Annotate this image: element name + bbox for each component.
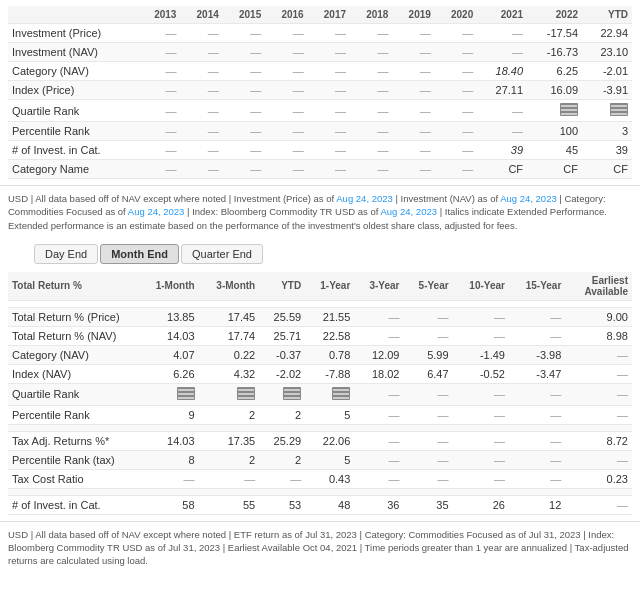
row-cell: — [354, 383, 403, 405]
tr-col-3mo: 3-Month [199, 272, 260, 301]
dash-value: — [377, 105, 388, 117]
row-cell: -1.49 [453, 345, 509, 364]
row-cell: -0.37 [259, 345, 305, 364]
row-cell: — [180, 160, 222, 179]
row-cell: — [477, 100, 527, 122]
table-row: Index (NAV)6.264.32-2.02-7.8818.026.47-0… [8, 364, 632, 383]
row-cell: — [453, 450, 509, 469]
dash-value: — [438, 388, 449, 400]
row-cell: 6.47 [403, 364, 452, 383]
row-cell: — [435, 160, 477, 179]
dash-value: — [420, 163, 431, 175]
dash-value: — [208, 27, 219, 39]
row-cell: 5 [305, 450, 354, 469]
row-cell: — [435, 24, 477, 43]
dash-value: — [550, 388, 561, 400]
tr-col-3yr: 3-Year [354, 272, 403, 301]
row-cell: — [453, 431, 509, 450]
tab-quarter-end[interactable]: Quarter End [181, 244, 263, 264]
col-header-2018: 2018 [350, 6, 392, 24]
footnote-link-4: Aug 24, 2023 [380, 206, 437, 217]
dash-value: — [462, 27, 473, 39]
dash-value: — [494, 454, 505, 466]
row-cell: 14.03 [138, 326, 199, 345]
dash-value: — [438, 330, 449, 342]
row-cell: — [477, 43, 527, 62]
dash-value: — [462, 125, 473, 137]
table-row: Tax Adj. Returns %*14.0317.3525.2922.06—… [8, 431, 632, 450]
dash-value: — [293, 144, 304, 156]
row-cell: 0.23 [565, 469, 632, 488]
row-cell: — [392, 141, 434, 160]
row-cell: — [308, 141, 350, 160]
row-cell: — [138, 62, 180, 81]
row-cell: — [180, 141, 222, 160]
row-cell: -3.47 [509, 364, 565, 383]
dash-value: — [335, 163, 346, 175]
dash-value: — [377, 46, 388, 58]
row-cell: 6.25 [527, 62, 582, 81]
row-cell: — [350, 43, 392, 62]
dash-value: — [388, 435, 399, 447]
dash-value: — [208, 163, 219, 175]
dash-value: — [377, 125, 388, 137]
dash-value: — [462, 65, 473, 77]
dash-value: — [420, 46, 431, 58]
row-cell: — [223, 62, 265, 81]
table-spacer-row [8, 424, 632, 431]
dash-value: — [250, 27, 261, 39]
row-cell: 5 [305, 405, 354, 424]
dash-value: — [250, 144, 261, 156]
dash-value: — [335, 125, 346, 137]
row-cell: — [565, 495, 632, 514]
dash-value: — [377, 144, 388, 156]
row-cell: — [354, 326, 403, 345]
col-header-2022: 2022 [527, 6, 582, 24]
row-cell: 45 [527, 141, 582, 160]
row-cell: — [265, 160, 307, 179]
dash-value: — [244, 473, 255, 485]
dash-value: — [550, 409, 561, 421]
row-cell: — [354, 469, 403, 488]
row-cell: — [565, 450, 632, 469]
row-cell: — [180, 43, 222, 62]
row-cell: — [392, 62, 434, 81]
table-row: Percentile Rank9225————— [8, 405, 632, 424]
row-cell: 0.78 [305, 345, 354, 364]
row-cell: — [392, 43, 434, 62]
dash-value: — [250, 163, 261, 175]
row-cell: — [403, 326, 452, 345]
row-label: Index (Price) [8, 81, 138, 100]
table-row: # of Invest. in Cat.————————394539 [8, 141, 632, 160]
row-cell: — [354, 431, 403, 450]
dash-value: — [462, 163, 473, 175]
row-cell: — [259, 469, 305, 488]
dash-value: — [494, 435, 505, 447]
row-cell: — [392, 81, 434, 100]
dash-value: — [617, 499, 628, 511]
row-cell: — [453, 469, 509, 488]
row-cell: — [350, 62, 392, 81]
row-cell: — [138, 469, 199, 488]
row-cell: 9.00 [565, 307, 632, 326]
tr-col-5yr: 5-Year [403, 272, 452, 301]
row-cell: CF [527, 160, 582, 179]
row-cell: — [509, 450, 565, 469]
dash-value: — [494, 330, 505, 342]
row-cell: — [403, 431, 452, 450]
dash-value: — [462, 144, 473, 156]
dash-value: — [388, 311, 399, 323]
table-row: Quartile Rank————————— [8, 100, 632, 122]
dash-value: — [617, 388, 628, 400]
tab-day-end[interactable]: Day End [34, 244, 98, 264]
row-cell: 12 [509, 495, 565, 514]
row-label: Percentile Rank [8, 122, 138, 141]
dash-value: — [420, 125, 431, 137]
tab-month-end[interactable]: Month End [100, 244, 179, 264]
row-cell: 53 [259, 495, 305, 514]
row-cell: — [138, 24, 180, 43]
dash-value: — [293, 84, 304, 96]
dash-value: — [250, 105, 261, 117]
row-cell: 27.11 [477, 81, 527, 100]
row-cell: — [392, 122, 434, 141]
